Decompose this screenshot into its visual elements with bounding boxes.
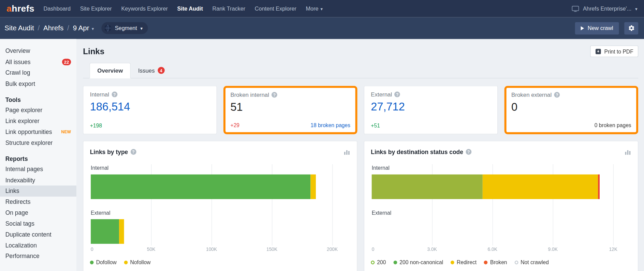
bar-segment-nofollow[interactable] <box>119 219 124 244</box>
bar-segment-broken[interactable] <box>598 175 600 199</box>
sidebar-item-on-page[interactable]: On page <box>0 207 76 218</box>
legend-200-non-canonical[interactable]: 200 non-canonical <box>393 259 443 266</box>
sidebar-item-label: Internal pages <box>5 166 43 172</box>
broken-pages-link[interactable]: 18 broken pages <box>310 122 350 129</box>
x-tick: 3.0K <box>427 247 437 252</box>
sidebar-item-label: Structure explorer <box>5 139 53 146</box>
sidebar-item-label: Bulk export <box>5 80 35 87</box>
pdf-icon <box>595 48 601 54</box>
chart-type-icon[interactable] <box>344 149 350 155</box>
nav-item-rank-tracker[interactable]: Rank Tracker <box>213 5 246 12</box>
metric-card-external: External?27,712+51 <box>364 86 498 134</box>
tab-label: Overview <box>97 67 123 74</box>
sidebar-item-indexability[interactable]: Indexability <box>0 175 76 185</box>
chart-card-links-by-destination-status-code: Links by destination status code?Interna… <box>364 141 638 271</box>
legend-nofollow[interactable]: Nofollow <box>124 259 150 266</box>
sidebar-item-page-explorer[interactable]: Page explorer <box>0 105 76 116</box>
bar-segment-200[interactable] <box>372 175 483 199</box>
sidebar-item-crawl-log[interactable]: Crawl log <box>0 67 76 78</box>
help-icon: ? <box>112 92 117 97</box>
breadcrumb-separator <box>67 24 69 32</box>
sidebar-item-internal-pages[interactable]: Internal pages <box>0 164 76 175</box>
bar-internal <box>91 175 332 199</box>
legend-dot <box>484 261 488 265</box>
globe-icon <box>104 24 112 32</box>
category-label-internal: Internal <box>91 165 332 172</box>
sidebar-item-bulk-export[interactable]: Bulk export <box>0 78 76 89</box>
metric-value: 27,712 <box>371 101 491 113</box>
legend-200[interactable]: 200 <box>371 259 386 266</box>
x-tick: 200K <box>327 247 338 252</box>
new-crawl-button[interactable]: New crawl <box>575 22 619 34</box>
ahrefs-logo[interactable]: ahrefs <box>6 3 34 14</box>
broken-pages-note: 0 broken pages <box>595 122 631 129</box>
metric-delta: +198 <box>90 123 102 129</box>
x-tick: 9.0K <box>548 247 558 252</box>
sidebar-item-link-explorer[interactable]: Link explorer <box>0 116 76 126</box>
x-tick: 12K <box>609 247 617 252</box>
legend-dofollow[interactable]: Dofollow <box>90 259 117 266</box>
metric-label: Broken internal <box>231 92 269 98</box>
sidebar-item-label: Social tags <box>5 220 34 227</box>
nav-item-more[interactable]: More <box>306 5 323 12</box>
new-crawl-label: New crawl <box>588 25 613 31</box>
chart-card-links-by-type: Links by type?InternalExternal050K100K15… <box>83 141 357 271</box>
help-icon: ? <box>554 92 560 98</box>
workspace-icon <box>572 5 580 12</box>
nav-item-content-explorer[interactable]: Content Explorer <box>255 5 296 12</box>
bar-segment-nofollow[interactable] <box>310 175 316 199</box>
sidebar-item-label: On page <box>5 209 28 216</box>
chart-type-icon[interactable] <box>625 149 631 155</box>
breadcrumb-9-apr[interactable]: 9 Apr <box>73 24 94 32</box>
segment-button[interactable]: Segment <box>101 22 148 34</box>
app-root: ahrefs DashboardSite ExplorerKeywords Ex… <box>0 0 644 271</box>
sidebar-item-links[interactable]: Links <box>0 185 76 196</box>
sidebar-item-label: Duplicate content <box>5 231 52 238</box>
metric-cards-row: Internal?186,514+198Broken internal?51+2… <box>83 86 638 134</box>
bar-segment-dofollow[interactable] <box>91 219 119 244</box>
sidebar-item-overview[interactable]: Overview <box>0 46 76 57</box>
help-icon: ? <box>394 92 400 97</box>
caret-down-icon <box>140 25 143 31</box>
sidebar-section-tools: Tools <box>0 95 76 105</box>
sidebar-item-label: Redirects <box>5 198 31 205</box>
legend-label: 200 <box>377 259 386 266</box>
metric-label: Broken external <box>511 92 552 98</box>
caret-down-icon <box>635 5 638 12</box>
nav-item-site-explorer[interactable]: Site Explorer <box>80 5 112 12</box>
nav-item-dashboard[interactable]: Dashboard <box>43 5 71 12</box>
settings-button[interactable] <box>624 22 638 34</box>
print-to-pdf-button[interactable]: Print to PDF <box>590 46 639 57</box>
sidebar-item-label: Page explorer <box>5 107 43 113</box>
chart-title: Links by type <box>90 149 128 155</box>
new-tag: NEW <box>61 130 71 134</box>
sidebar-item-link-opportunities[interactable]: Link opportunitiesNEW <box>0 126 76 137</box>
breadcrumb-separator <box>38 24 40 32</box>
legend-dot <box>371 261 375 265</box>
sidebar-item-all-issues[interactable]: All issues22 <box>0 57 76 67</box>
legend-not-crawled[interactable]: Not crawled <box>514 259 549 266</box>
sidebar-item-performance[interactable]: Performance <box>0 251 76 262</box>
tab-issues[interactable]: Issues 4 <box>131 63 172 78</box>
legend-broken[interactable]: Broken <box>484 259 507 266</box>
sidebar-item-localization[interactable]: Localization <box>0 240 76 251</box>
metric-card-broken-internal: Broken internal?51+2918 broken pages <box>223 86 357 134</box>
x-tick: 150K <box>266 247 277 252</box>
tab-overview[interactable]: Overview <box>89 63 131 78</box>
sidebar-item-redirects[interactable]: Redirects <box>0 196 76 207</box>
legend-redirect[interactable]: Redirect <box>451 259 477 266</box>
breadcrumb-ahrefs[interactable]: Ahrefs <box>43 24 63 32</box>
nav-item-keywords-explorer[interactable]: Keywords Explorer <box>121 5 167 12</box>
logo-letter: a <box>6 3 12 14</box>
metric-label: External <box>371 91 392 97</box>
nav-item-site-audit[interactable]: Site Audit <box>177 5 203 12</box>
sidebar-item-structure-explorer[interactable]: Structure explorer <box>0 137 76 148</box>
breadcrumb-site-audit[interactable]: Site Audit <box>4 24 34 32</box>
sidebar-item-label: Links <box>5 188 19 194</box>
sidebar: OverviewAll issues22Crawl logBulk export… <box>0 39 76 271</box>
account-menu[interactable]: Ahrefs Enterprise'... <box>572 5 638 12</box>
bar-segment-redirect[interactable] <box>482 175 598 199</box>
sidebar-item-duplicate-content[interactable]: Duplicate content <box>0 229 76 240</box>
bar-segment-dofollow[interactable] <box>91 175 310 199</box>
sidebar-item-social-tags[interactable]: Social tags <box>0 218 76 229</box>
